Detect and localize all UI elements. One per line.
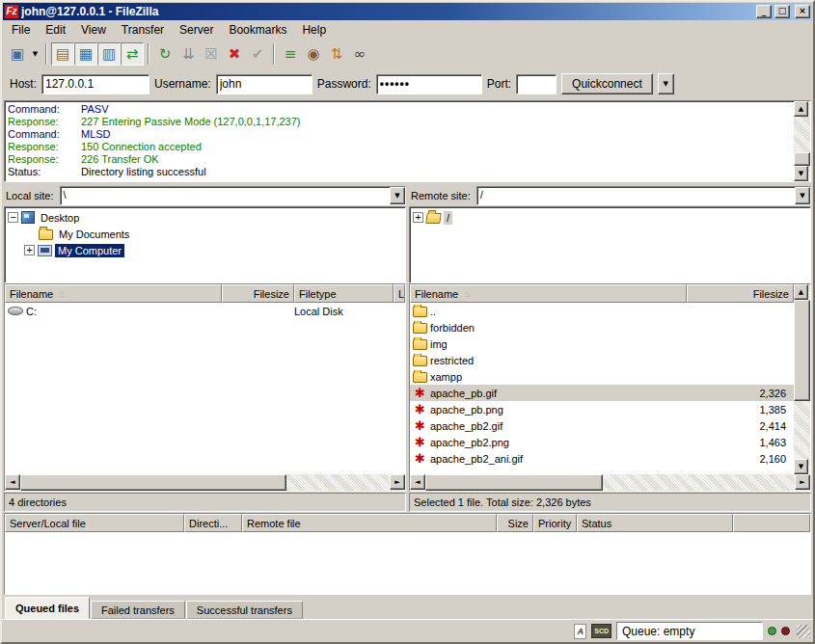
password-input[interactable] [376, 74, 482, 94]
tree-item-label[interactable]: Desktop [38, 211, 82, 225]
menu-view[interactable]: View [73, 20, 114, 40]
port-input[interactable] [516, 74, 557, 94]
column-header-filetype[interactable]: Filetype [294, 284, 394, 303]
compare-icon[interactable]: ◉ [302, 42, 325, 66]
scroll-right-icon[interactable]: ► [390, 474, 405, 490]
scroll-up-icon[interactable]: ▲ [794, 101, 808, 117]
menu-server[interactable]: Server [172, 20, 221, 40]
menu-transfer[interactable]: Transfer [114, 20, 172, 40]
file-name[interactable]: xampp [430, 371, 462, 383]
menu-help[interactable]: Help [294, 20, 334, 40]
quickconnect-button[interactable]: Quickconnect [561, 73, 653, 94]
tab-queued-files[interactable]: Queued files [5, 597, 90, 619]
sync-browse-icon[interactable]: ⇅ [325, 42, 348, 66]
tree-item-label[interactable]: / [444, 211, 452, 225]
expand-icon[interactable]: + [24, 245, 35, 255]
expand-icon[interactable]: + [413, 212, 423, 223]
file-row[interactable]: ✱apache_pb2.gif2,414 [410, 417, 794, 434]
tree-item-desktop[interactable]: − Desktop [5, 209, 405, 226]
local-hscrollbar[interactable]: ◄ ► [5, 474, 405, 491]
file-name[interactable]: C: [26, 306, 37, 317]
tree-item-my-computer[interactable]: + My Computer [5, 242, 405, 258]
column-header-filesize[interactable]: Filesize [222, 284, 294, 303]
combo-dropdown-button[interactable]: ▼ [795, 187, 810, 204]
scroll-thumb[interactable] [20, 474, 286, 491]
file-name[interactable]: apache_pb.png [430, 404, 503, 416]
scroll-right-icon[interactable]: ► [795, 474, 810, 490]
folder-row[interactable]: restricted [410, 352, 794, 368]
filter-icon[interactable]: ≡ [279, 42, 302, 66]
log-scrollbar[interactable]: ▲ ▼ [794, 101, 810, 182]
disconnect-icon[interactable]: ✖ [223, 42, 246, 66]
tree-item-my-documents[interactable]: My Documents [5, 226, 405, 242]
scroll-left-icon[interactable]: ◄ [5, 474, 20, 490]
menu-bookmarks[interactable]: Bookmarks [221, 20, 294, 40]
scroll-track[interactable] [425, 474, 795, 491]
column-header-remote-file[interactable]: Remote file [242, 514, 497, 532]
column-header-direction[interactable]: Directi... [184, 514, 242, 532]
scroll-thumb[interactable] [425, 474, 603, 491]
column-header-status[interactable]: Status [577, 514, 733, 532]
tree-item-root[interactable]: + / [410, 209, 810, 226]
folder-row[interactable]: img [410, 335, 794, 352]
menu-file[interactable]: File [4, 20, 38, 40]
abort-icon[interactable]: ✔ [246, 42, 269, 66]
column-header-priority[interactable]: Priority [533, 514, 577, 532]
file-name[interactable]: apache_pb2.png [430, 437, 509, 448]
column-header-filename[interactable]: Filename△ [410, 284, 687, 303]
quickconnect-dropdown[interactable]: ▼ [658, 73, 674, 94]
tree-item-label[interactable]: My Documents [56, 228, 132, 241]
refresh-icon[interactable]: ↻ [153, 42, 177, 66]
folder-row[interactable]: xampp [410, 368, 794, 385]
folder-row[interactable]: forbidden [410, 319, 794, 335]
file-row[interactable]: ✱apache_pb2.png1,463 [410, 434, 794, 450]
maximize-button[interactable]: □ [774, 5, 790, 18]
file-name[interactable]: apache_pb.gif [430, 388, 497, 399]
queue-body[interactable] [5, 532, 810, 594]
column-header-filename[interactable]: Filename△ [5, 284, 222, 303]
toggle-log-icon[interactable]: ▤ [51, 42, 74, 66]
site-manager-icon[interactable]: ▣ [6, 42, 29, 66]
file-name[interactable]: forbidden [430, 322, 475, 334]
toggle-remote-tree-icon[interactable]: ▥ [97, 42, 121, 66]
combo-dropdown-button[interactable]: ▼ [390, 187, 405, 204]
scroll-track[interactable] [794, 117, 810, 167]
remote-vscrollbar[interactable]: ▲ ▼ [794, 284, 810, 473]
username-input[interactable] [216, 74, 312, 94]
folder-row[interactable]: .. [410, 303, 794, 319]
file-name[interactable]: apache_pb2.gif [430, 420, 503, 432]
indicator-badge-icon[interactable]: SCD [591, 624, 611, 638]
column-header-lastmodified[interactable]: L [394, 284, 405, 303]
file-name[interactable]: .. [430, 306, 436, 317]
scroll-down-icon[interactable]: ▼ [794, 166, 808, 181]
scroll-track[interactable] [794, 300, 810, 458]
toggle-queue-icon[interactable]: ⇄ [121, 42, 144, 66]
remote-site-combo[interactable]: / ▼ [476, 186, 811, 205]
file-row-selected[interactable]: ✱apache_pb.gif2,326 [410, 385, 794, 401]
scroll-up-icon[interactable]: ▲ [794, 284, 808, 300]
titlebar[interactable]: Fz john@127.0.0.1 - FileZilla _ □ × [3, 3, 812, 20]
file-name[interactable]: restricted [430, 355, 474, 366]
tab-successful-transfers[interactable]: Successful transfers [186, 601, 303, 619]
file-row[interactable]: ✱apache_pb2_ani.gif2,160 [410, 450, 794, 467]
find-icon[interactable]: ∞ [348, 42, 371, 66]
cancel-operation-icon[interactable]: ☒ [200, 42, 223, 66]
site-manager-dropdown[interactable]: ▼ [29, 42, 41, 66]
scroll-thumb[interactable] [794, 300, 810, 401]
scroll-track[interactable] [20, 474, 390, 491]
process-queue-icon[interactable]: ⇊ [177, 42, 200, 66]
remote-hscrollbar[interactable]: ◄ ► [410, 474, 810, 491]
menu-edit[interactable]: Edit [38, 20, 73, 40]
file-row[interactable]: ✱apache_pb.png1,385 [410, 401, 794, 417]
host-input[interactable] [41, 74, 149, 94]
column-header-filesize[interactable]: Filesize [687, 284, 794, 303]
tree-item-label[interactable]: My Computer [55, 244, 124, 257]
scroll-down-icon[interactable]: ▼ [794, 459, 808, 474]
column-header-local-file[interactable]: Server/Local file [5, 514, 184, 532]
file-name[interactable]: apache_pb2_ani.gif [430, 453, 523, 465]
scroll-left-icon[interactable]: ◄ [410, 474, 425, 490]
collapse-icon[interactable]: − [8, 212, 18, 223]
toggle-local-tree-icon[interactable]: ▦ [74, 42, 97, 66]
minimize-button[interactable]: _ [756, 5, 772, 18]
close-button[interactable]: × [795, 5, 810, 18]
